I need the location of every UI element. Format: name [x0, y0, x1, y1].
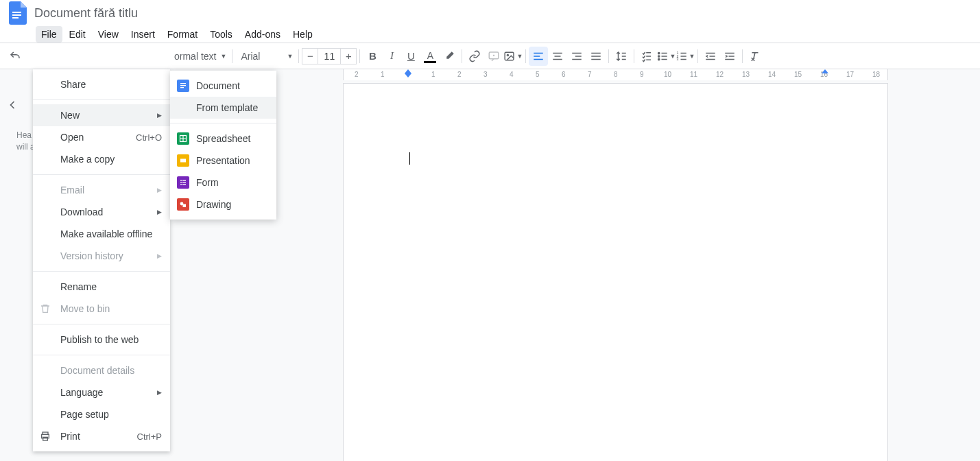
new-drawing[interactable]: Drawing	[170, 193, 276, 215]
menu-tools[interactable]: Tools	[204, 26, 238, 43]
ruler-indent-right[interactable]	[822, 69, 828, 73]
font-family-label: Arial	[241, 51, 260, 62]
ruler-tick: 11	[690, 71, 697, 78]
highlight-color-button[interactable]	[440, 47, 459, 66]
outline-back-button[interactable]	[5, 98, 19, 112]
file-share[interactable]: Share	[33, 73, 170, 95]
file-open[interactable]: OpenCtrl+O	[33, 126, 170, 148]
ruler-indent-left[interactable]	[405, 73, 411, 78]
bold-button[interactable]: B	[363, 47, 382, 66]
separator	[359, 49, 360, 63]
outdent-button[interactable]	[701, 47, 720, 66]
file-download[interactable]: Download▶	[33, 201, 170, 223]
chevron-right-icon: ▶	[157, 209, 162, 215]
align-justify-button[interactable]	[586, 47, 606, 66]
svg-rect-1	[12, 14, 21, 16]
italic-button[interactable]: I	[382, 47, 401, 66]
menu-separator	[33, 355, 170, 355]
checklist-button[interactable]	[637, 47, 656, 66]
new-presentation[interactable]: Presentation	[170, 150, 276, 172]
toolbar: ormal text ▼ Arial ▼ − 11 + B I U A ▼	[0, 43, 980, 69]
add-comment-button[interactable]	[484, 47, 503, 66]
file-version-history[interactable]: Version history▶	[33, 245, 170, 267]
chevron-down-icon: ▼	[220, 53, 226, 60]
numbered-list-button[interactable]: 123 ▼	[676, 47, 695, 66]
docs-icon	[177, 80, 189, 92]
shortcut-label: Ctrl+O	[136, 132, 162, 143]
svg-point-8	[658, 58, 660, 60]
file-page-setup[interactable]: Page setup	[33, 403, 170, 425]
font-size-minus[interactable]: −	[302, 48, 318, 64]
chevron-right-icon: ▶	[157, 252, 162, 259]
file-document-details[interactable]: Document details	[33, 359, 170, 381]
insert-image-button[interactable]: ▼	[503, 47, 523, 66]
svg-rect-25	[182, 184, 186, 185]
undo-button[interactable]	[5, 47, 25, 66]
indent-button[interactable]	[720, 47, 739, 66]
menu-edit[interactable]: Edit	[64, 26, 91, 43]
line-spacing-button[interactable]	[612, 47, 631, 66]
new-document[interactable]: Document	[170, 75, 276, 97]
file-email[interactable]: Email▶	[33, 179, 170, 201]
menu-addons[interactable]: Add-ons	[239, 26, 286, 43]
text-color-button[interactable]: A	[420, 47, 440, 66]
align-right-button[interactable]	[567, 47, 586, 66]
new-spreadsheet[interactable]: Spreadsheet	[170, 128, 276, 150]
paragraph-style-label: ormal text	[174, 51, 216, 62]
clear-formatting-button[interactable]	[745, 47, 765, 66]
document-title[interactable]: Document fără titlu	[30, 6, 138, 21]
font-family-select[interactable]: Arial ▼	[235, 47, 296, 65]
docs-logo-icon[interactable]	[5, 1, 30, 25]
file-make-a-copy[interactable]: Make a copy	[33, 148, 170, 170]
svg-rect-16	[180, 85, 186, 86]
separator	[298, 49, 299, 63]
insert-link-button[interactable]	[465, 47, 484, 66]
file-print[interactable]: PrintCtrl+P	[33, 425, 170, 447]
menu-help[interactable]: Help	[287, 26, 318, 43]
file-move-to-bin[interactable]: Move to bin	[33, 298, 170, 320]
separator	[525, 49, 526, 63]
underline-button[interactable]: U	[401, 47, 420, 66]
file-new[interactable]: New▶	[33, 104, 170, 126]
file-publish-to-web[interactable]: Publish to the web	[33, 329, 170, 351]
ruler-tick: 10	[664, 71, 671, 78]
text-cursor	[409, 152, 410, 165]
font-size-plus[interactable]: +	[340, 48, 357, 64]
menu-separator	[33, 324, 170, 324]
font-size-value[interactable]: 11	[318, 48, 340, 64]
menu-separator	[170, 123, 276, 123]
new-from-template[interactable]: From template	[170, 97, 276, 119]
paragraph-style-select[interactable]: ormal text ▼	[169, 47, 229, 65]
menu-view[interactable]: View	[93, 26, 124, 43]
svg-point-7	[658, 55, 660, 56]
chevron-down-icon: ▼	[287, 53, 293, 60]
ruler-tick: 13	[742, 71, 750, 78]
svg-rect-15	[180, 83, 186, 84]
menu-format[interactable]: Format	[162, 26, 203, 43]
slides-icon	[177, 154, 189, 167]
menu-file[interactable]: File	[36, 26, 62, 43]
workspace: 2 1 1 2 3 4 5 6 7 8 9 10 11 12 13 14 15 …	[0, 69, 980, 461]
document-page[interactable]	[343, 83, 888, 461]
shortcut-label: Ctrl+P	[137, 432, 162, 442]
svg-rect-19	[180, 159, 186, 163]
ruler-tick: 6	[562, 71, 566, 78]
sheets-icon	[177, 132, 189, 145]
file-make-available-offline[interactable]: Make available offline	[33, 223, 170, 245]
file-rename[interactable]: Rename	[33, 276, 170, 298]
align-center-button[interactable]	[548, 47, 567, 66]
menu-insert[interactable]: Insert	[126, 26, 160, 43]
menu-separator	[33, 271, 170, 272]
align-left-button[interactable]	[529, 47, 548, 66]
bulleted-list-button[interactable]: ▼	[656, 47, 676, 66]
separator	[742, 49, 743, 63]
font-size-stepper: − 11 +	[302, 48, 357, 64]
svg-rect-21	[182, 180, 186, 181]
ruler-tick: 14	[768, 71, 776, 78]
file-new-submenu: Document From template Spreadsheet Prese…	[170, 71, 276, 220]
chevron-right-icon: ▶	[157, 112, 162, 119]
ruler-tick: 17	[846, 71, 854, 78]
separator	[697, 49, 698, 63]
new-form[interactable]: Form	[170, 172, 276, 193]
file-language[interactable]: Language▶	[33, 381, 170, 403]
